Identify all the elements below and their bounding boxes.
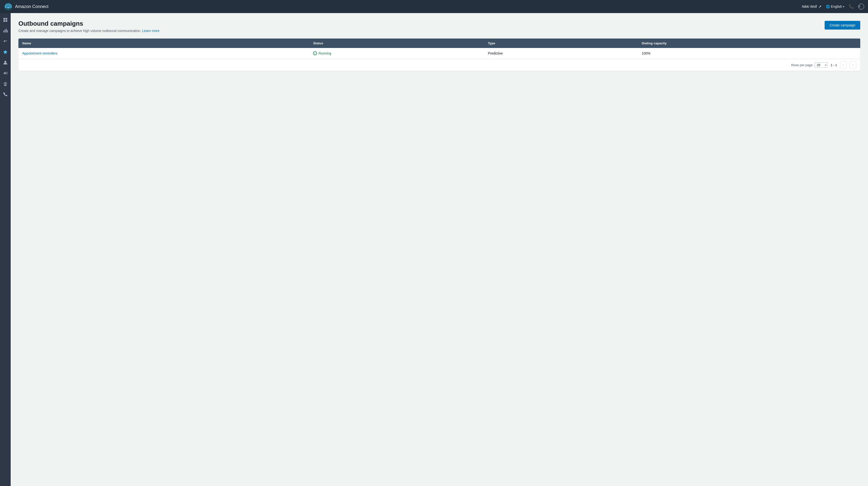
campaign-name-cell: Appointment reminders [19,48,309,59]
col-header-name: Name [19,38,309,48]
contacts-icon [3,60,8,65]
campaign-type: Predictive [488,52,503,55]
svg-rect-3 [6,18,7,20]
table-header: Name Status Type Dialing capacity [19,38,860,48]
svg-point-10 [4,61,6,63]
page-description: Create and manage campaigns to achieve h… [19,29,159,33]
next-page-button[interactable]: › [849,62,856,68]
table-header-row: Name Status Type Dialing capacity [19,38,860,48]
page-description-text: Create and manage campaigns to achieve h… [19,29,141,33]
svg-rect-8 [6,29,6,32]
rows-per-page-select-wrapper: 10 25 50 100 [815,62,828,68]
svg-point-1 [7,6,9,8]
help-button[interactable]: ? [858,4,864,9]
table-row: Appointment reminders ✓ Running Predicti… [19,48,860,59]
sidebar-item-dashboard[interactable] [0,15,10,25]
topbar: Amazon Connect Nikki Wolf ↗ 🌐 English ▾ … [0,0,868,13]
sidebar-item-announcements[interactable] [0,68,10,78]
campaign-name-link[interactable]: Appointment reminders [22,52,57,55]
sidebar-item-phone[interactable] [0,90,10,99]
status-running: ✓ Running [313,52,480,55]
page-title: Outbound campaigns [19,20,159,27]
create-campaign-button[interactable]: Create campaign [825,21,860,30]
phone-icon [3,92,8,97]
col-header-type: Type [484,38,638,48]
status-label: Running [318,52,331,55]
status-running-icon: ✓ [313,52,317,55]
logout-icon[interactable]: ↗ [818,4,822,9]
language-selector[interactable]: 🌐 English ▾ [826,5,844,8]
learn-more-link[interactable]: Learn more [142,29,160,33]
svg-point-11 [5,83,6,85]
sidebar-item-campaigns[interactable] [0,47,10,57]
announcements-icon [3,71,8,75]
svg-rect-12 [4,85,6,86]
language-label: English [831,5,842,8]
prev-page-button[interactable]: ‹ [840,62,847,68]
col-header-dialing-capacity: Dialing capacity [638,38,860,48]
brand-name: Amazon Connect [15,4,49,9]
chevron-down-icon: ▾ [843,5,844,8]
dashboard-icon [3,18,8,22]
page-title-block: Outbound campaigns Create and manage cam… [19,20,159,33]
campaign-dialing-capacity-cell: 100% [638,48,860,59]
sidebar-item-monitoring[interactable] [0,79,10,89]
brand-logo: Amazon Connect [4,2,802,11]
sidebar [0,13,11,486]
rows-per-page-select[interactable]: 10 25 50 100 [815,62,828,68]
rows-per-page: Rows per page: 10 25 50 100 [791,62,828,68]
phone-button[interactable]: 📞 [848,4,854,9]
dialing-capacity-value: 100% [642,52,650,55]
campaign-status-cell: ✓ Running [309,48,484,59]
campaigns-icon [3,50,8,54]
svg-rect-5 [6,20,7,22]
svg-rect-6 [3,31,4,32]
svg-rect-9 [7,30,8,32]
page-range: 1 - 1 [831,63,837,67]
campaign-type-cell: Predictive [484,48,638,59]
user-name: Nikki Wolf [802,5,817,8]
amazon-connect-icon [4,2,12,11]
svg-rect-4 [3,20,5,22]
pagination-row-container: Rows per page: 10 25 50 100 1 - 1 [19,59,860,71]
topbar-right: Nikki Wolf ↗ 🌐 English ▾ 📞 ? [802,4,864,9]
pagination-row: Rows per page: 10 25 50 100 1 - 1 [19,59,860,71]
page-header: Outbound campaigns Create and manage cam… [19,20,860,33]
routing-icon [3,39,8,43]
rows-per-page-label: Rows per page: [791,63,813,67]
sidebar-item-contacts[interactable] [0,58,10,67]
analytics-icon [3,28,8,33]
table-body: Appointment reminders ✓ Running Predicti… [19,48,860,71]
sidebar-item-analytics[interactable] [0,26,10,35]
campaigns-table: Name Status Type Dialing capacity Appoin… [19,38,860,71]
monitoring-icon [3,82,8,86]
col-header-status: Status [309,38,484,48]
main-content: Outbound campaigns Create and manage cam… [11,13,868,486]
user-menu[interactable]: Nikki Wolf ↗ [802,4,822,9]
svg-rect-2 [3,18,5,20]
globe-icon: 🌐 [826,5,830,8]
sidebar-item-routing[interactable] [0,36,10,46]
svg-rect-7 [5,30,5,32]
